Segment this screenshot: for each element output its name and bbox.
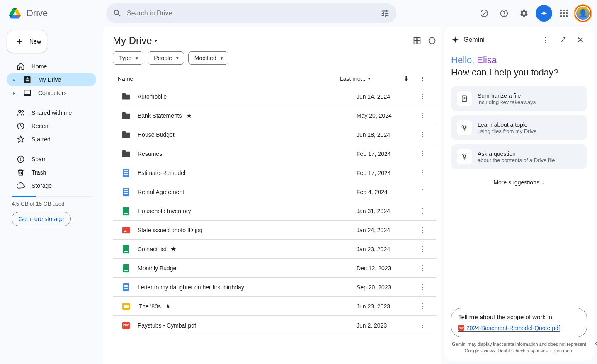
file-row[interactable]: Contact list ★Jan 23, 2024⋮ xyxy=(113,240,436,259)
suggestion-icon xyxy=(457,91,472,106)
gemini-menu-icon[interactable]: ⋮ xyxy=(539,33,552,46)
filter-chip-type[interactable]: Type▼ xyxy=(113,51,143,65)
suggestion-card[interactable]: Ask a questionabout the contents of a Dr… xyxy=(451,144,587,169)
learn-more-link[interactable]: Learn more xyxy=(550,348,573,353)
get-storage-button[interactable]: Get more storage xyxy=(12,212,71,226)
file-row[interactable]: Letter to my daughter on her first birth… xyxy=(113,278,436,297)
home-icon xyxy=(17,62,25,70)
svg-point-18 xyxy=(463,155,466,158)
doc-icon xyxy=(118,283,134,291)
help-icon[interactable] xyxy=(496,5,512,22)
file-row[interactable]: State issued photo ID.jpgJan 24, 2024⋮ xyxy=(113,221,436,240)
file-menu-icon[interactable]: ⋮ xyxy=(415,131,431,138)
filter-chip-people[interactable]: People▼ xyxy=(148,51,184,65)
sidebar-item-storage[interactable]: Storage xyxy=(7,179,96,192)
file-menu-icon[interactable]: ⋮ xyxy=(415,226,431,234)
gemini-disclaimer: Gemini may display inaccurate informatio… xyxy=(451,341,587,354)
folder-icon xyxy=(118,150,134,157)
sidebar-item-shared-with-me[interactable]: Shared with me xyxy=(7,106,96,119)
file-name: Letter to my daughter on her first birth… xyxy=(138,284,357,291)
sidebar-item-my-drive[interactable]: ▸My Drive xyxy=(7,73,96,86)
suggestion-title: Learn about a topic xyxy=(478,121,581,128)
file-row[interactable]: Estimate-RemodelFeb 17, 2024⋮ xyxy=(113,163,436,182)
layout-toggle-icon[interactable] xyxy=(413,36,421,45)
file-row[interactable]: PDFPaystubs - Cymbal.pdfJun 2, 2023⋮ xyxy=(113,316,436,335)
more-suggestions-button[interactable]: More suggestions› xyxy=(451,179,587,186)
doc-icon xyxy=(118,188,134,196)
file-menu-icon[interactable]: ⋮ xyxy=(415,207,431,215)
file-name: Rental Agreement xyxy=(138,189,357,195)
file-menu-icon[interactable]: ⋮ xyxy=(415,321,431,329)
search-input[interactable] xyxy=(127,10,376,17)
breadcrumb-title[interactable]: My Drive ▾ xyxy=(113,35,157,46)
new-button[interactable]: New xyxy=(7,30,47,53)
column-name[interactable]: Name xyxy=(118,75,340,82)
text-cursor xyxy=(561,324,561,330)
file-menu-icon[interactable]: ⋮ xyxy=(415,112,431,119)
account-avatar[interactable]: 👤 xyxy=(575,6,590,21)
gemini-close-icon[interactable] xyxy=(574,33,587,46)
sidebar-item-starred[interactable]: Starred xyxy=(7,133,96,146)
file-menu-icon[interactable]: ⋮ xyxy=(415,283,431,291)
file-row[interactable]: 'The '80s ★Jun 23, 2023⋮ xyxy=(113,297,436,316)
sidebar-item-spam[interactable]: Spam xyxy=(7,153,96,166)
file-menu-icon[interactable]: ⋮ xyxy=(415,264,431,272)
suggestion-card[interactable]: Learn about a topicusing files from my D… xyxy=(451,115,587,140)
file-menu-icon[interactable]: ⋮ xyxy=(415,188,431,196)
gemini-expand-icon[interactable] xyxy=(556,33,570,46)
filter-chip-modified[interactable]: Modified▼ xyxy=(188,51,228,65)
doc-icon xyxy=(118,169,134,177)
sidebar-item-home[interactable]: Home xyxy=(7,60,96,73)
column-last-modified[interactable]: Last mo...▼ xyxy=(340,75,398,82)
file-menu-icon[interactable]: ⋮ xyxy=(415,92,431,100)
offline-ready-icon[interactable] xyxy=(476,5,493,22)
drive-logo-icon xyxy=(7,5,23,22)
star-icon: ★ xyxy=(170,245,176,253)
file-menu-icon[interactable]: ⋮ xyxy=(415,302,431,310)
info-icon[interactable] xyxy=(428,36,436,45)
suggestion-subtitle: about the contents of a Drive file xyxy=(478,157,581,163)
search-bar[interactable] xyxy=(106,3,396,23)
file-row[interactable]: Monthly BudgetDec 12, 2023⋮ xyxy=(113,259,436,278)
drive-icon xyxy=(23,75,32,84)
suggestion-title: Ask a question xyxy=(478,150,581,157)
prompt-text: Tell me about the scope of work in xyxy=(458,313,580,320)
search-icon xyxy=(113,9,122,18)
sidebar-item-computers[interactable]: ▸Computers xyxy=(7,86,96,99)
sidebar-item-trash[interactable]: Trash xyxy=(7,166,96,179)
column-menu-icon[interactable]: ⋮ xyxy=(415,75,431,82)
gemini-button[interactable] xyxy=(536,5,552,22)
file-menu-icon[interactable]: ⋮ xyxy=(415,245,431,253)
file-row[interactable]: Household InventoryJan 31, 2024⋮ xyxy=(113,201,436,221)
file-row[interactable]: AutomobileJun 14, 2024⋮ xyxy=(113,87,436,106)
sort-direction-icon[interactable] xyxy=(398,75,415,83)
file-row[interactable]: Bank Statements ★May 20, 2024⋮ xyxy=(113,106,436,125)
file-date: Dec 12, 2023 xyxy=(357,265,415,272)
apps-icon[interactable] xyxy=(556,5,572,22)
suggestion-icon xyxy=(457,120,472,135)
sidebar: New Home▸My Drive▸Computers Shared with … xyxy=(0,27,103,364)
search-options-icon[interactable] xyxy=(381,9,390,18)
file-row[interactable]: Rental AgreementFeb 4, 2024⋮ xyxy=(113,182,436,201)
file-date: Feb 17, 2024 xyxy=(357,150,415,157)
file-list: AutomobileJun 14, 2024⋮Bank Statements ★… xyxy=(113,87,436,364)
recent-icon xyxy=(17,122,25,130)
prompt-file-chip[interactable]: PDF2024-Basement-Remodel-Quote.pdf xyxy=(458,325,560,332)
slide-icon xyxy=(118,303,134,310)
file-row[interactable]: ResumesFeb 17, 2024⋮ xyxy=(113,144,436,163)
suggestion-card[interactable]: Summarize a fileincluding key takeaways xyxy=(451,86,587,111)
settings-icon[interactable] xyxy=(516,5,532,22)
file-row[interactable]: House BudgetJun 18, 2024⋮ xyxy=(113,125,436,144)
logo-area[interactable]: Drive xyxy=(7,5,103,22)
side-panel-collapse-icon[interactable]: ‹ xyxy=(592,335,597,352)
sidebar-item-label: Recent xyxy=(32,123,50,129)
svg-rect-3 xyxy=(24,90,31,94)
file-menu-icon[interactable]: ⋮ xyxy=(415,169,431,177)
sidebar-item-recent[interactable]: Recent xyxy=(7,119,96,133)
gemini-prompt-input[interactable]: Tell me about the scope of work in PDF20… xyxy=(451,308,587,337)
file-date: Jan 24, 2024 xyxy=(357,227,415,233)
file-date: May 20, 2024 xyxy=(357,112,415,119)
file-menu-icon[interactable]: ⋮ xyxy=(415,150,431,158)
storage-fill xyxy=(12,196,36,197)
shared-icon xyxy=(17,109,25,117)
